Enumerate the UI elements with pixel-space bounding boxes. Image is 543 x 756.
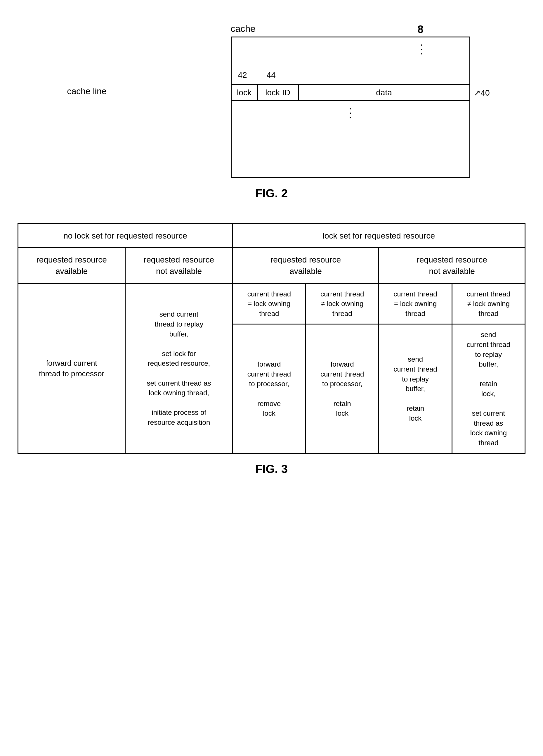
subheader-not-available: requested resource not available (125, 248, 233, 283)
action-forward-thread: forward current thread to processor (18, 283, 125, 453)
lock-cell: lock (232, 85, 258, 100)
subheader-not-available-lock: requested resource not available (379, 248, 525, 283)
thread-cond-c1: current thread = lock owning thread (233, 283, 305, 324)
fig3-table: no lock set for requested resource lock … (18, 223, 525, 454)
action-c1: forward current thread to processor, rem… (233, 324, 305, 453)
thread-condition-row: forward current thread to processor send… (18, 283, 525, 324)
thread-cond-c3: current thread = lock owning thread (379, 283, 452, 324)
subheader-available-lock: requested resource available (233, 248, 379, 283)
data-cell: data (299, 85, 469, 100)
lock-set-header: lock set for requested resource (233, 224, 525, 248)
label-44: 44 (267, 70, 276, 80)
subheader-available: requested resource available (18, 248, 125, 283)
label-42: 42 (238, 70, 247, 80)
header-row-2: requested resource available requested r… (18, 248, 525, 283)
thread-cond-c2: current thread ≠ lock owning thread (306, 283, 379, 324)
header-row-1: no lock set for requested resource lock … (18, 224, 525, 248)
fig2-diagram: 8 cache ● ● ● 42 (67, 23, 476, 218)
fig2-caption: FIG. 2 (255, 187, 288, 200)
no-lock-header: no lock set for requested resource (18, 224, 233, 248)
cache-line-label: cache line (67, 86, 107, 96)
lockid-cell: lock ID (258, 85, 299, 100)
action-c3: send current thread to replay buffer, re… (379, 324, 452, 453)
cache-label: cache (231, 23, 256, 34)
thread-cond-c4: current thread ≠ lock owning thread (452, 283, 525, 324)
action-c2: forward current thread to processor, ret… (306, 324, 379, 453)
label-40: ↗40 (474, 88, 490, 98)
action-c4: send current thread to replay buffer, re… (452, 324, 525, 453)
action-send-replay: send current thread to replay buffer, se… (125, 283, 233, 453)
fig3-caption: FIG. 3 (255, 462, 288, 476)
fig3-diagram: no lock set for requested resource lock … (18, 223, 525, 493)
